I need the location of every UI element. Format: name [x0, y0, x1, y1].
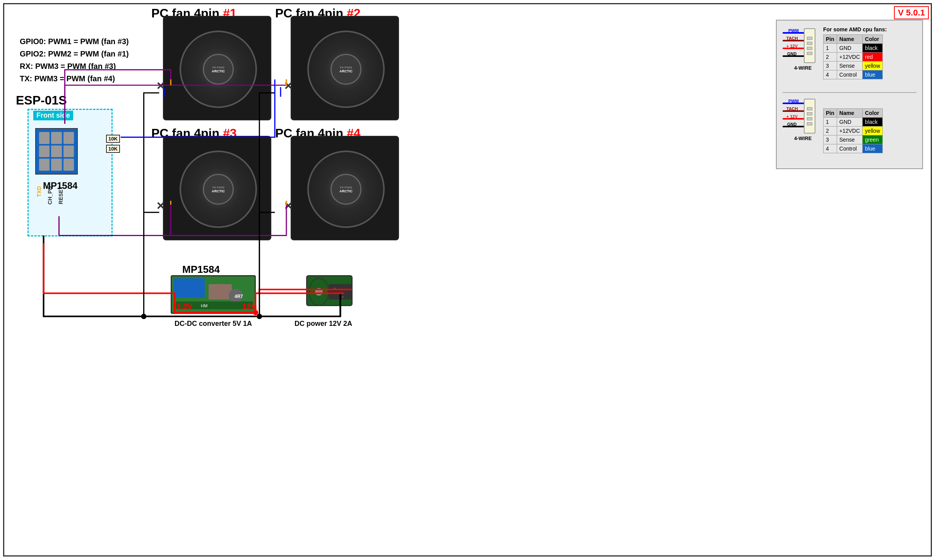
fan2-brand: ARCTIC [339, 69, 353, 73]
dcdc-sublabel: DC-DC converter 5V 1A [175, 320, 252, 328]
dcpower-svg: + - [307, 276, 354, 307]
pin-table-2: PinNameColor 1 GND black 2 +12VDC yellow [823, 108, 883, 153]
connector-pin [63, 159, 74, 171]
svg-rect-0 [174, 278, 205, 298]
fan4-hub: F8 PWM ARCTIC [331, 174, 361, 205]
legend-panel: PWM TACH + 12V GND 4-WIRE [776, 20, 923, 169]
fan3-pwm-text: F8 PWM [212, 186, 224, 189]
four-wire-label-2: 4-WIRE [794, 135, 812, 141]
table-row: 3 Sense green [824, 135, 883, 144]
fan1-circle: F8 PWM ARCTIC [180, 31, 257, 108]
fan1-hub: F8 PWM ARCTIC [203, 54, 234, 85]
mp1584-esp-label: MP1584 [43, 180, 77, 191]
table-row: 1 GND black [824, 118, 883, 127]
xmark-fan1: ✕ [156, 80, 165, 92]
col-name: Name [837, 35, 862, 44]
amd-title: For some AMD cpu fans: [823, 26, 916, 33]
gpio-info: GPIO0: PWM1 = PWM (fan #3) GPIO2: PWM2 =… [20, 35, 129, 85]
pin-table-1: PinNameColor 1 GND black 2 +12VDC red [823, 34, 883, 79]
xmark-fan4: ✕ [284, 200, 293, 212]
connector-pin [51, 146, 62, 158]
resistor-10k-2: 10K [106, 145, 120, 153]
fan1-brand: ARCTIC [212, 69, 225, 73]
svg-point-7 [315, 288, 323, 296]
svg-text:4R7: 4R7 [235, 294, 243, 299]
fan1-box: F8 PWM ARCTIC [163, 16, 271, 120]
main-diagram: V 5.0.1 GPIO0: PWM1 = PWM (fan #3) GPIO2… [3, 3, 932, 557]
connector-pin [51, 132, 62, 144]
dcpower-label: DC power 12V 2A [295, 320, 352, 328]
fan2-pwm-text: F8 PWM [340, 66, 352, 69]
fan4-box: F8 PWM ARCTIC [291, 136, 399, 240]
legend-divider [783, 92, 916, 93]
esp-connector-block [35, 128, 78, 175]
fan1-pwm-text: F8 PWM [212, 66, 224, 69]
dcpower-connector: + - [306, 275, 353, 306]
table-row: 2 +12VDC red [824, 53, 883, 62]
svg-text:-: - [342, 294, 344, 299]
xmark-fan3: ✕ [156, 200, 165, 212]
table-row: 4 Control blue [824, 144, 883, 153]
table-row: 2 +12VDC yellow [824, 127, 883, 135]
fan3-circle: F8 PWM ARCTIC [180, 151, 257, 228]
col-color: Color [863, 35, 883, 44]
svg-point-18 [257, 314, 262, 319]
fan2-hub: F8 PWM ARCTIC [331, 54, 361, 85]
connector-diagram-1: PWM TACH + 12V GND 4-WIRE [783, 26, 916, 84]
legend-section-2: PWM TACH + 12V GND 4-WIRE [783, 97, 916, 155]
dcdc-3v3: 3.3V [176, 302, 192, 311]
connector-pin [51, 159, 62, 171]
col-color: Color [863, 109, 883, 118]
col-pin: Pin [824, 109, 837, 118]
connector-pin [39, 146, 50, 158]
pin-txd-label: TXD [36, 186, 42, 197]
connector-pin [63, 146, 74, 158]
col-pin: Pin [824, 35, 837, 44]
fan3-box: F8 PWM ARCTIC [163, 136, 271, 240]
connector-diagram-2: PWM TACH + 12V GND 4-WIRE [783, 97, 916, 155]
legend-section-1: PWM TACH + 12V GND 4-WIRE [783, 26, 916, 84]
resistor-10k-1: 10K [106, 135, 120, 143]
connector-pin [63, 132, 74, 144]
esp-label: ESP-01S [16, 93, 67, 108]
dcdc-12v: 12V [242, 302, 256, 311]
fan3-brand: ARCTIC [212, 189, 225, 193]
svg-text:HM: HM [201, 303, 207, 308]
col-name: Name [837, 109, 862, 118]
fan4-pwm-text: F8 PWM [340, 186, 352, 189]
dcdc-label: MP1584 [182, 264, 220, 276]
connector-pin [39, 132, 50, 144]
svg-text:+: + [334, 286, 336, 291]
table-row: 1 GND black [824, 44, 883, 53]
svg-rect-8 [329, 284, 352, 300]
fan2-box: F8 PWM ARCTIC [291, 16, 399, 120]
table-row: 4 Control blue [824, 70, 883, 79]
fan4-circle: F8 PWM ARCTIC [307, 151, 385, 228]
svg-point-17 [141, 314, 147, 319]
svg-rect-1 [209, 284, 232, 300]
four-wire-label-1: 4-WIRE [794, 65, 812, 71]
table-row: 3 Sense yellow [824, 62, 883, 70]
fan2-circle: F8 PWM ARCTIC [307, 31, 385, 108]
version-badge: V 5.0.1 [894, 6, 929, 19]
connector-pin [39, 159, 50, 171]
esp-front-label: Front side [33, 111, 73, 120]
fan4-brand: ARCTIC [339, 189, 353, 193]
xmark-fan2: ✕ [284, 80, 293, 92]
fan3-hub: F8 PWM ARCTIC [203, 174, 234, 205]
